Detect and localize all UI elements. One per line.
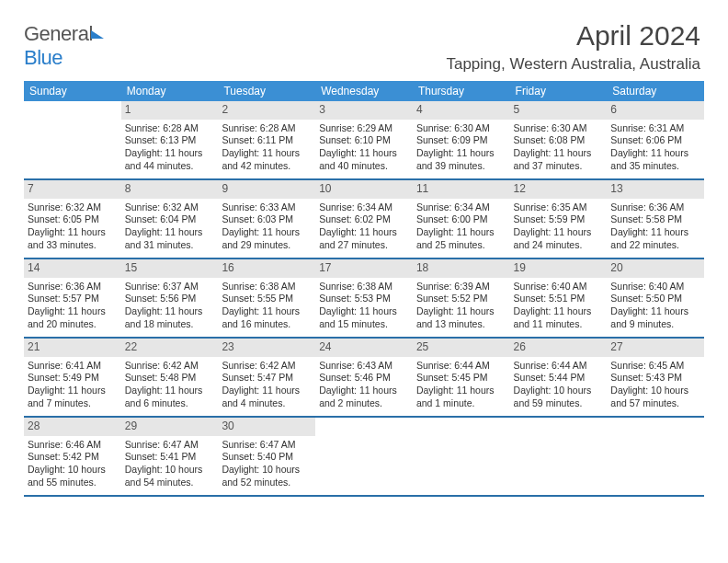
day-detail: Sunrise: 6:35 AM bbox=[514, 201, 604, 214]
day-detail: Daylight: 11 hours bbox=[416, 226, 506, 239]
day-number: 9 bbox=[218, 180, 315, 199]
day-detail: Daylight: 11 hours bbox=[125, 226, 215, 239]
day-detail: and 2 minutes. bbox=[319, 397, 409, 410]
day-detail: Sunset: 5:57 PM bbox=[28, 293, 118, 305]
day-cell: 9Sunrise: 6:33 AMSunset: 6:03 PMDaylight… bbox=[218, 180, 315, 258]
day-number: 4 bbox=[413, 101, 510, 120]
day-detail: Daylight: 11 hours bbox=[28, 305, 118, 318]
day-detail: and 59 minutes. bbox=[514, 397, 604, 410]
day-cell: 3Sunrise: 6:29 AMSunset: 6:10 PMDaylight… bbox=[315, 101, 413, 178]
day-number: 8 bbox=[121, 180, 219, 199]
day-detail: Sunrise: 6:38 AM bbox=[319, 281, 409, 293]
day-detail: Sunrise: 6:43 AM bbox=[319, 360, 409, 373]
day-detail: and 4 minutes. bbox=[222, 397, 312, 410]
day-detail: and 1 minute. bbox=[416, 397, 506, 410]
day-detail: Sunrise: 6:34 AM bbox=[319, 201, 409, 214]
day-number: 13 bbox=[607, 180, 704, 199]
day-detail: Sunrise: 6:29 AM bbox=[319, 122, 409, 135]
day-detail: Sunset: 6:09 PM bbox=[416, 134, 506, 147]
day-number: 2 bbox=[218, 101, 315, 120]
day-cell bbox=[607, 418, 704, 495]
day-number: 17 bbox=[315, 259, 413, 278]
day-cell bbox=[510, 418, 608, 495]
day-number: 29 bbox=[121, 418, 219, 436]
day-detail: Sunset: 5:49 PM bbox=[28, 372, 118, 385]
day-detail: Sunrise: 6:47 AM bbox=[125, 439, 215, 452]
day-detail: Sunrise: 6:41 AM bbox=[28, 360, 118, 373]
day-detail: Sunrise: 6:40 AM bbox=[610, 281, 700, 293]
day-detail: Sunrise: 6:37 AM bbox=[125, 281, 215, 293]
day-detail: Daylight: 11 hours bbox=[319, 147, 409, 160]
day-detail: Daylight: 11 hours bbox=[514, 226, 604, 239]
day-number: 11 bbox=[413, 180, 510, 199]
day-header: Tuesday bbox=[218, 81, 315, 101]
day-detail: and 11 minutes. bbox=[514, 318, 604, 331]
day-detail: Sunrise: 6:40 AM bbox=[514, 281, 604, 293]
day-detail: Sunset: 5:50 PM bbox=[610, 293, 700, 305]
day-detail: and 29 minutes. bbox=[222, 239, 312, 252]
day-number: 30 bbox=[218, 418, 315, 436]
day-detail: Sunrise: 6:47 AM bbox=[222, 439, 312, 452]
day-detail: Sunset: 5:44 PM bbox=[514, 372, 604, 385]
day-detail: Sunrise: 6:33 AM bbox=[222, 201, 312, 214]
day-detail: and 54 minutes. bbox=[125, 477, 215, 489]
week-row: 14Sunrise: 6:36 AMSunset: 5:57 PMDayligh… bbox=[24, 259, 704, 339]
day-detail: Sunrise: 6:28 AM bbox=[125, 122, 215, 135]
day-number: 20 bbox=[607, 259, 704, 278]
day-number: 10 bbox=[315, 180, 413, 199]
day-number: 22 bbox=[121, 339, 219, 357]
day-detail: Daylight: 11 hours bbox=[28, 226, 118, 239]
day-detail: Sunset: 6:06 PM bbox=[610, 134, 700, 147]
page-subtitle: Tapping, Western Australia, Australia bbox=[446, 55, 700, 74]
day-detail: and 57 minutes. bbox=[610, 397, 700, 410]
day-detail: Sunrise: 6:28 AM bbox=[222, 122, 312, 135]
day-header: Wednesday bbox=[315, 81, 413, 101]
day-detail: Sunset: 5:45 PM bbox=[416, 372, 506, 385]
day-detail: Sunrise: 6:36 AM bbox=[610, 201, 700, 214]
day-detail: and 42 minutes. bbox=[222, 160, 312, 173]
day-detail: Daylight: 11 hours bbox=[222, 305, 312, 318]
day-number: 15 bbox=[121, 259, 219, 278]
day-detail: Daylight: 11 hours bbox=[125, 385, 215, 397]
day-detail: and 35 minutes. bbox=[610, 160, 700, 173]
day-cell bbox=[315, 418, 413, 495]
day-detail: and 40 minutes. bbox=[319, 160, 409, 173]
day-detail: and 9 minutes. bbox=[610, 318, 700, 331]
day-detail: and 52 minutes. bbox=[222, 477, 312, 489]
day-number: 3 bbox=[315, 101, 413, 120]
day-header: Friday bbox=[510, 81, 608, 101]
day-detail: and 27 minutes. bbox=[319, 239, 409, 252]
day-cell: 7Sunrise: 6:32 AMSunset: 6:05 PMDaylight… bbox=[24, 180, 121, 258]
day-detail: Sunrise: 6:30 AM bbox=[514, 122, 604, 135]
day-number: 18 bbox=[413, 259, 510, 278]
day-cell: 5Sunrise: 6:30 AMSunset: 6:08 PMDaylight… bbox=[510, 101, 608, 178]
day-detail: Sunrise: 6:36 AM bbox=[28, 281, 118, 293]
day-detail: Sunset: 6:13 PM bbox=[125, 134, 215, 147]
day-detail: Daylight: 10 hours bbox=[28, 464, 118, 477]
day-number: 7 bbox=[24, 180, 121, 199]
day-detail: Daylight: 11 hours bbox=[222, 226, 312, 239]
logo: General Blue bbox=[24, 22, 104, 70]
day-detail: Sunset: 5:40 PM bbox=[222, 451, 312, 464]
day-detail: Daylight: 10 hours bbox=[610, 385, 700, 397]
day-number: 16 bbox=[218, 259, 315, 278]
day-detail: and 33 minutes. bbox=[28, 239, 118, 252]
day-cell: 14Sunrise: 6:36 AMSunset: 5:57 PMDayligh… bbox=[24, 259, 121, 337]
day-cell: 29Sunrise: 6:47 AMSunset: 5:41 PMDayligh… bbox=[121, 418, 219, 495]
day-detail: Daylight: 11 hours bbox=[514, 305, 604, 318]
day-cell: 16Sunrise: 6:38 AMSunset: 5:55 PMDayligh… bbox=[218, 259, 315, 337]
day-number: 12 bbox=[510, 180, 608, 199]
day-number: 5 bbox=[510, 101, 608, 120]
day-cell: 20Sunrise: 6:40 AMSunset: 5:50 PMDayligh… bbox=[607, 259, 704, 337]
day-cell: 30Sunrise: 6:47 AMSunset: 5:40 PMDayligh… bbox=[218, 418, 315, 495]
day-cell: 1Sunrise: 6:28 AMSunset: 6:13 PMDaylight… bbox=[121, 101, 219, 178]
day-detail: Sunrise: 6:42 AM bbox=[125, 360, 215, 373]
day-detail: Daylight: 10 hours bbox=[125, 464, 215, 477]
day-detail: Sunset: 6:11 PM bbox=[222, 134, 312, 147]
day-cell: 15Sunrise: 6:37 AMSunset: 5:56 PMDayligh… bbox=[121, 259, 219, 337]
day-detail: and 20 minutes. bbox=[28, 318, 118, 331]
day-detail: Sunset: 5:48 PM bbox=[125, 372, 215, 385]
day-cell: 25Sunrise: 6:44 AMSunset: 5:45 PMDayligh… bbox=[413, 339, 510, 416]
day-cell: 27Sunrise: 6:45 AMSunset: 5:43 PMDayligh… bbox=[607, 339, 704, 416]
day-cell: 2Sunrise: 6:28 AMSunset: 6:11 PMDaylight… bbox=[218, 101, 315, 178]
